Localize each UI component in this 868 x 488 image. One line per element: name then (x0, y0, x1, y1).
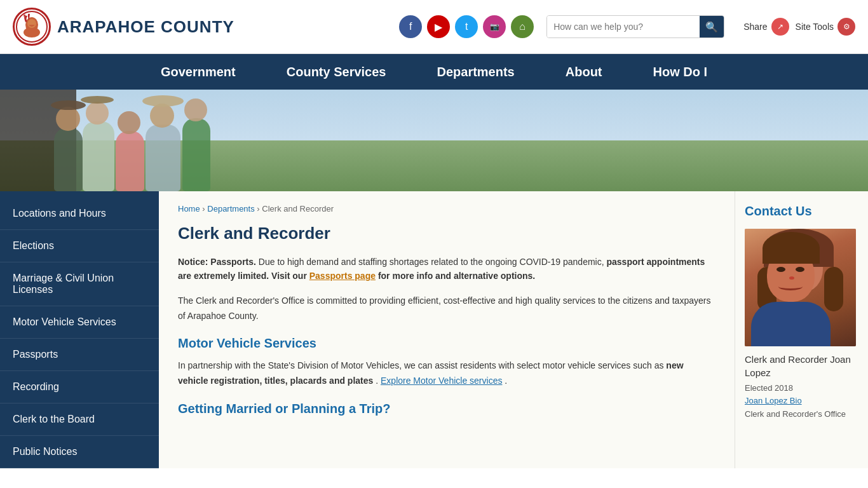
county-logo (13, 8, 51, 46)
content-wrapper: Locations and Hours Elections Marriage &… (0, 191, 868, 468)
youtube-icon[interactable]: ▶ (427, 15, 450, 38)
hero-person-5 (180, 99, 212, 191)
contact-office-label: Clerk and Recorder's Office (745, 409, 858, 419)
social-icons-group: f ▶ t 📷 ⌂ (399, 15, 534, 38)
sidebar-item-locations[interactable]: Locations and Hours (0, 198, 159, 230)
nav-item-county-services[interactable]: County Services (261, 54, 412, 90)
breadcrumb-home[interactable]: Home (178, 204, 200, 214)
contact-bio-link[interactable]: Joan Lopez Bio (745, 396, 802, 405)
sidebar-item-motor-vehicle[interactable]: Motor Vehicle Services (0, 306, 159, 339)
contact-name-title: Clerk and Recorder Joan Lopez (745, 353, 858, 379)
site-tools-label: Site Tools (796, 22, 834, 32)
main-content: Home › Departments › Clerk and Recorder … (159, 191, 735, 468)
nav-item-how-do-i[interactable]: How Do I (628, 54, 733, 90)
hero-image (0, 90, 868, 191)
notice-paragraph: Notice: Passports. Due to high demand an… (178, 255, 715, 283)
hero-people-group (51, 99, 212, 191)
main-nav: Government County Services Departments A… (0, 54, 868, 90)
home-social-icon[interactable]: ⌂ (511, 15, 534, 38)
sidebar-item-recording[interactable]: Recording (0, 371, 159, 403)
sidebar-item-marriage-licenses[interactable]: Marriage & Civil Union Licenses (0, 262, 159, 306)
twitter-icon[interactable]: t (455, 15, 478, 38)
nav-item-about[interactable]: About (540, 54, 628, 90)
explore-motor-vehicle-link[interactable]: Explore Motor Vehicle services (381, 376, 502, 386)
section1-title: Motor Vehicle Services (178, 336, 715, 351)
sidebar-item-public-notices[interactable]: Public Notices (0, 436, 159, 468)
hero-person-4 (142, 105, 184, 191)
share-button[interactable]: Share ↗ (743, 18, 789, 36)
sidebar-item-elections[interactable]: Elections (0, 230, 159, 262)
breadcrumb-current: Clerk and Recorder (262, 204, 334, 214)
breadcrumb-sep2: › (257, 204, 259, 214)
site-title: ARAPAHOE COUNTY (57, 17, 234, 37)
hero-person-2 (79, 102, 118, 191)
breadcrumb-sep1: › (202, 204, 205, 214)
share-label: Share (743, 22, 767, 32)
sidebar-item-passports[interactable]: Passports (0, 339, 159, 371)
contact-sidebar: Contact Us Clerk and (735, 191, 868, 468)
breadcrumb-departments[interactable]: Departments (207, 204, 254, 214)
search-area: 🔍 (546, 15, 724, 38)
site-tools-icon: ⚙ (837, 18, 855, 36)
breadcrumb: Home › Departments › Clerk and Recorder (178, 204, 715, 214)
facebook-icon[interactable]: f (399, 15, 422, 38)
svg-point-2 (24, 27, 40, 37)
sidebar: Locations and Hours Elections Marriage &… (0, 191, 159, 468)
nav-item-departments[interactable]: Departments (411, 54, 539, 90)
notice-box: Notice: Passports. Due to high demand an… (178, 255, 715, 283)
search-input[interactable] (547, 16, 700, 37)
contact-title: Contact Us (745, 204, 858, 219)
section1-paragraph: In partnership with the State's Division… (178, 358, 715, 389)
intro-paragraph: The Clerk and Recorder's Office is commi… (178, 294, 715, 324)
contact-photo-inner (745, 229, 856, 346)
notice-label: Notice: Passports. (178, 257, 256, 267)
site-tools-button[interactable]: Site Tools ⚙ (796, 18, 855, 36)
contact-elected: Elected 2018 (745, 383, 858, 393)
search-button[interactable]: 🔍 (700, 16, 724, 37)
top-header: ARAPAHOE COUNTY f ▶ t 📷 ⌂ 🔍 Share ↗ Site… (0, 0, 868, 54)
nav-item-government[interactable]: Government (135, 54, 261, 90)
section1-text1: In partnership with the State's Division… (178, 360, 666, 370)
search-icon: 🔍 (705, 21, 718, 33)
header-actions: Share ↗ Site Tools ⚙ (743, 18, 855, 36)
section2-title: Getting Married or Planning a Trip? (178, 402, 715, 416)
instagram-icon[interactable]: 📷 (483, 15, 506, 38)
sidebar-item-clerk-board[interactable]: Clerk to the Board (0, 403, 159, 436)
contact-photo (745, 229, 856, 346)
passports-page-link[interactable]: Passports page (309, 271, 376, 281)
page-title: Clerk and Recorder (178, 224, 715, 243)
share-icon: ↗ (771, 18, 789, 36)
notice-text: Due to high demand and staffing shortage… (259, 257, 607, 267)
logo-area: ARAPAHOE COUNTY (13, 8, 234, 46)
